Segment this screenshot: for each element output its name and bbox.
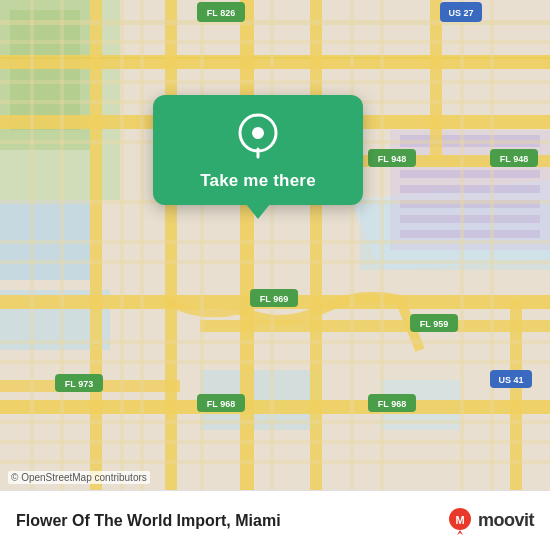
- svg-text:US 27: US 27: [448, 8, 473, 18]
- svg-rect-42: [0, 420, 550, 424]
- moovit-logo: M moovit: [446, 507, 534, 535]
- svg-rect-24: [0, 400, 550, 414]
- moovit-brand-text: moovit: [478, 510, 534, 531]
- svg-rect-43: [0, 440, 550, 444]
- svg-rect-17: [400, 230, 540, 238]
- svg-text:FL 948: FL 948: [378, 154, 406, 164]
- svg-rect-16: [400, 215, 540, 223]
- svg-rect-47: [120, 0, 124, 490]
- svg-rect-38: [0, 240, 550, 244]
- take-me-there-button[interactable]: Take me there: [153, 95, 363, 205]
- svg-text:M: M: [455, 514, 464, 526]
- svg-rect-29: [310, 0, 322, 490]
- svg-rect-41: [0, 360, 550, 364]
- svg-text:FL 973: FL 973: [65, 379, 93, 389]
- svg-rect-34: [0, 80, 550, 84]
- svg-rect-27: [165, 0, 177, 490]
- svg-rect-48: [140, 0, 144, 490]
- svg-text:FL 968: FL 968: [378, 399, 406, 409]
- svg-point-78: [252, 127, 264, 139]
- take-me-there-label: Take me there: [200, 171, 316, 191]
- svg-rect-45: [30, 0, 34, 490]
- svg-rect-53: [460, 0, 464, 490]
- svg-rect-40: [0, 340, 550, 344]
- map-container: FL 826 FL 826 US 27 FL 948 FL 948 FL 969…: [0, 0, 550, 490]
- location-pin-icon: [234, 113, 282, 161]
- bottom-bar: Flower Of The World Import, Miami M moov…: [0, 490, 550, 550]
- svg-rect-33: [0, 40, 550, 44]
- svg-text:US 41: US 41: [498, 375, 523, 385]
- svg-rect-50: [270, 0, 274, 490]
- svg-rect-49: [200, 0, 204, 490]
- svg-rect-14: [400, 185, 540, 193]
- svg-rect-26: [90, 0, 102, 490]
- svg-rect-51: [350, 0, 354, 490]
- svg-rect-52: [380, 0, 384, 490]
- svg-text:FL 969: FL 969: [260, 294, 288, 304]
- svg-text:FL 826: FL 826: [207, 8, 235, 18]
- svg-rect-39: [0, 260, 550, 264]
- svg-rect-44: [0, 460, 550, 464]
- moovit-logo-icon: M: [446, 507, 474, 535]
- map-svg: FL 826 FL 826 US 27 FL 948 FL 948 FL 969…: [0, 0, 550, 490]
- svg-text:FL 948: FL 948: [500, 154, 528, 164]
- svg-text:FL 968: FL 968: [207, 399, 235, 409]
- svg-rect-3: [10, 10, 80, 130]
- svg-rect-46: [60, 0, 64, 490]
- svg-rect-54: [490, 0, 494, 490]
- svg-rect-19: [0, 57, 550, 59]
- place-name: Flower Of The World Import, Miami: [16, 512, 446, 530]
- svg-text:FL 959: FL 959: [420, 319, 448, 329]
- map-attribution: © OpenStreetMap contributors: [8, 471, 150, 484]
- svg-rect-13: [400, 170, 540, 178]
- svg-rect-28: [240, 0, 254, 490]
